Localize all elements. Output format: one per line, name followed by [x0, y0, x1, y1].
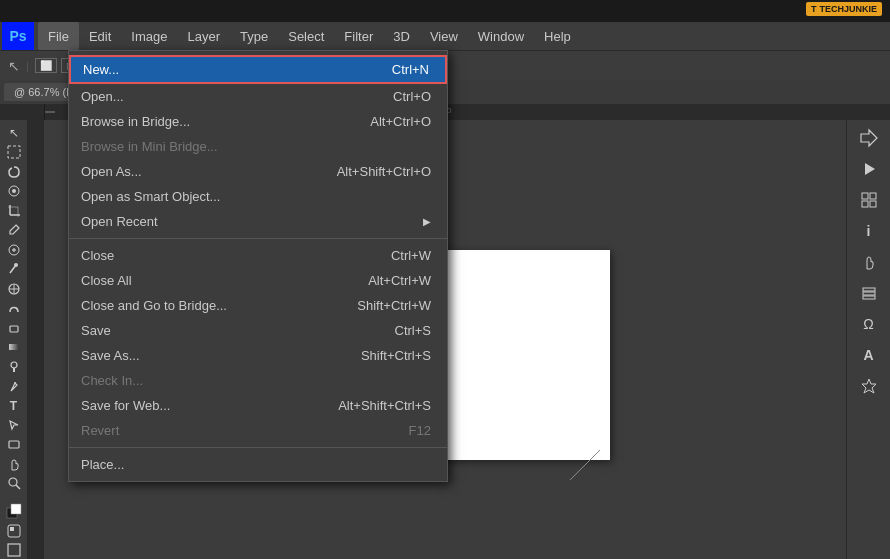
toolbar-separator: |: [26, 60, 29, 72]
svg-line-46: [570, 450, 600, 480]
tool-quick-select[interactable]: [3, 182, 25, 199]
tool-dodge[interactable]: [3, 358, 25, 375]
menu-new[interactable]: New... Ctrl+N: [69, 55, 447, 84]
tool-spot-heal[interactable]: [3, 241, 25, 258]
svg-rect-44: [8, 544, 20, 556]
menu-open-recent[interactable]: Open Recent ▶: [69, 209, 447, 234]
menu-save-as-label: Save As...: [81, 348, 140, 363]
right-btn-arrows[interactable]: [851, 124, 887, 152]
menu-item-view[interactable]: View: [420, 22, 468, 50]
toolbar-tool-icon: ↖: [8, 58, 20, 74]
menu-open-as-label: Open As...: [81, 164, 142, 179]
menu-new-shortcut: Ctrl+N: [392, 62, 429, 77]
svg-line-39: [16, 485, 20, 489]
menu-item-help[interactable]: Help: [534, 22, 581, 50]
svg-rect-55: [863, 296, 875, 299]
right-btn-layers[interactable]: [851, 279, 887, 307]
menu-browse-bridge-label: Browse in Bridge...: [81, 114, 190, 129]
tool-clone-stamp[interactable]: [3, 280, 25, 297]
menu-item-file[interactable]: File: [38, 22, 79, 50]
menu-open-recent-label: Open Recent: [81, 214, 158, 229]
tool-shape[interactable]: [3, 436, 25, 453]
svg-rect-51: [862, 201, 868, 207]
tool-gradient[interactable]: [3, 338, 25, 355]
menu-open-recent-arrow: ▶: [423, 216, 431, 227]
tool-lasso[interactable]: [3, 163, 25, 180]
menu-open-smart-object[interactable]: Open as Smart Object...: [69, 184, 447, 209]
menu-separator-2: [69, 447, 447, 448]
menu-save-label: Save: [81, 323, 111, 338]
tool-history-brush[interactable]: [3, 299, 25, 316]
svg-point-28: [14, 263, 18, 267]
menu-check-in-label: Check In...: [81, 373, 143, 388]
tool-hand[interactable]: [3, 455, 25, 472]
menu-place[interactable]: Place...: [69, 452, 447, 477]
foreground-color[interactable]: [3, 503, 25, 520]
menu-save-for-web-shortcut: Alt+Shift+Ctrl+S: [338, 398, 431, 413]
right-btn-hand[interactable]: [851, 248, 887, 276]
menu-browse-mini-bridge-label: Browse in Mini Bridge...: [81, 139, 218, 154]
screen-mode[interactable]: [3, 542, 25, 559]
menu-open-smart-object-label: Open as Smart Object...: [81, 189, 220, 204]
svg-point-20: [12, 189, 16, 193]
menu-separator-1: [69, 238, 447, 239]
svg-marker-56: [862, 379, 876, 393]
menu-close-all-label: Close All: [81, 273, 132, 288]
menu-item-type[interactable]: Type: [230, 22, 278, 50]
menu-item-3d[interactable]: 3D: [383, 22, 420, 50]
menu-close-go-bridge[interactable]: Close and Go to Bridge... Shift+Ctrl+W: [69, 293, 447, 318]
svg-rect-52: [870, 201, 876, 207]
tool-path-select[interactable]: [3, 416, 25, 433]
menu-save-for-web[interactable]: Save for Web... Alt+Shift+Ctrl+S: [69, 393, 447, 418]
menu-revert: Revert F12: [69, 418, 447, 443]
svg-rect-50: [870, 193, 876, 199]
tool-brush[interactable]: [3, 260, 25, 277]
menu-item-window[interactable]: Window: [468, 22, 534, 50]
menu-item-select[interactable]: Select: [278, 22, 334, 50]
right-btn-grid[interactable]: [851, 186, 887, 214]
menu-save-as-shortcut: Shift+Ctrl+S: [361, 348, 431, 363]
menu-open[interactable]: Open... Ctrl+O: [69, 84, 447, 109]
photoshop-logo: Ps: [2, 22, 34, 50]
title-bar: T TECHJUNKIE: [0, 0, 890, 22]
tool-pen[interactable]: [3, 377, 25, 394]
svg-rect-32: [10, 326, 18, 332]
menu-item-filter[interactable]: Filter: [334, 22, 383, 50]
menu-close-all[interactable]: Close All Alt+Ctrl+W: [69, 268, 447, 293]
right-btn-play[interactable]: [851, 155, 887, 183]
right-btn-omega[interactable]: Ω: [851, 310, 887, 338]
quick-mask[interactable]: [3, 522, 25, 539]
menu-bar: Ps File Edit Image Layer Type Select Fil…: [0, 22, 890, 50]
svg-rect-43: [10, 527, 14, 531]
menu-item-edit[interactable]: Edit: [79, 22, 121, 50]
tool-eraser[interactable]: [3, 319, 25, 336]
tool-crop[interactable]: [3, 202, 25, 219]
menu-save-as[interactable]: Save As... Shift+Ctrl+S: [69, 343, 447, 368]
tool-zoom[interactable]: [3, 475, 25, 492]
right-btn-info[interactable]: i: [851, 217, 887, 245]
menu-close-go-bridge-shortcut: Shift+Ctrl+W: [357, 298, 431, 313]
tool-eyedropper[interactable]: [3, 221, 25, 238]
tool-text[interactable]: T: [3, 397, 25, 414]
svg-rect-41: [11, 504, 21, 514]
tool-marquee[interactable]: [3, 143, 25, 160]
menu-close[interactable]: Close Ctrl+W: [69, 243, 447, 268]
svg-rect-49: [862, 193, 868, 199]
menu-save[interactable]: Save Ctrl+S: [69, 318, 447, 343]
brand-logo: T TECHJUNKIE: [806, 2, 882, 16]
svg-point-36: [14, 382, 16, 384]
tool-select-arrow[interactable]: ↖: [3, 124, 25, 141]
menu-browse-bridge[interactable]: Browse in Bridge... Alt+Ctrl+O: [69, 109, 447, 134]
menu-item-image[interactable]: Image: [121, 22, 177, 50]
right-btn-star[interactable]: [851, 372, 887, 400]
menu-revert-label: Revert: [81, 423, 119, 438]
menu-check-in: Check In...: [69, 368, 447, 393]
menu-item-layer[interactable]: Layer: [178, 22, 231, 50]
menu-close-shortcut: Ctrl+W: [391, 248, 431, 263]
menu-open-shortcut: Ctrl+O: [393, 89, 431, 104]
menu-open-as[interactable]: Open As... Alt+Shift+Ctrl+O: [69, 159, 447, 184]
toolbar-btn[interactable]: ⬜: [35, 58, 57, 73]
right-btn-text[interactable]: A: [851, 341, 887, 369]
ruler-corner: [0, 104, 44, 120]
menu-save-shortcut: Ctrl+S: [395, 323, 431, 338]
